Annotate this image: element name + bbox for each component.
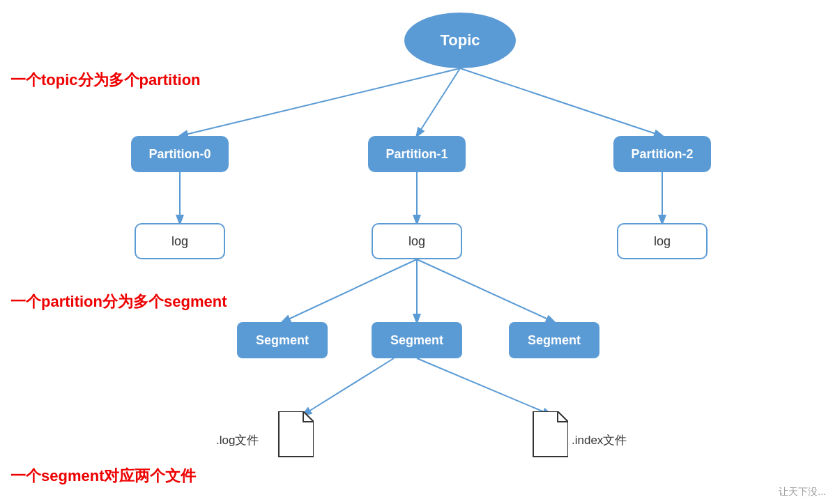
annotation-3-text: 一个segment对应两个文件 (10, 467, 196, 484)
svg-line-6 (282, 259, 417, 322)
annotation-2: 一个partition分为多个segment (10, 291, 227, 312)
annotation-2-text: 一个partition分为多个segment (10, 293, 227, 310)
svg-marker-11 (279, 411, 314, 457)
diagram-container: Topic Partition-0 Partition-1 Partition-… (0, 0, 833, 504)
segment-2-node: Segment (509, 322, 599, 358)
segment-1-node: Segment (372, 322, 462, 358)
segment-1-label: Segment (390, 333, 443, 348)
topic-node: Topic (404, 13, 516, 68)
partition-1-label: Partition-1 (385, 147, 448, 162)
svg-line-10 (417, 358, 551, 415)
log-1-label: log (408, 234, 425, 249)
watermark: 让天下没... (779, 486, 826, 498)
topic-label: Topic (440, 31, 480, 49)
log-0-node: log (135, 223, 225, 259)
svg-line-0 (180, 68, 460, 136)
segment-2-label: Segment (528, 333, 581, 348)
partition-2-label: Partition-2 (631, 147, 693, 162)
index-file-icon (530, 411, 568, 459)
partition-2-node: Partition-2 (613, 136, 711, 172)
index-file-text: .index文件 (572, 434, 627, 447)
watermark-text: 让天下没... (779, 486, 826, 497)
log-2-label: log (654, 234, 671, 249)
svg-line-9 (303, 358, 394, 415)
partition-0-label: Partition-0 (148, 147, 211, 162)
segment-0-node: Segment (237, 322, 328, 358)
log-file-text: .log文件 (216, 434, 259, 447)
annotation-3: 一个segment对应两个文件 (10, 466, 196, 487)
index-file-label: .index文件 (572, 432, 627, 448)
annotation-1: 一个topic分为多个partition (10, 70, 201, 91)
svg-line-2 (460, 68, 662, 136)
partition-0-node: Partition-0 (131, 136, 229, 172)
annotation-1-text: 一个topic分为多个partition (10, 71, 201, 89)
svg-marker-12 (533, 411, 568, 457)
log-2-node: log (617, 223, 708, 259)
log-file-icon (275, 411, 314, 459)
log-0-label: log (171, 234, 188, 249)
partition-1-node: Partition-1 (368, 136, 466, 172)
segment-0-label: Segment (256, 333, 309, 348)
log-file-label: .log文件 (216, 432, 259, 448)
svg-line-1 (417, 68, 460, 136)
svg-line-8 (417, 259, 554, 322)
log-1-node: log (372, 223, 462, 259)
